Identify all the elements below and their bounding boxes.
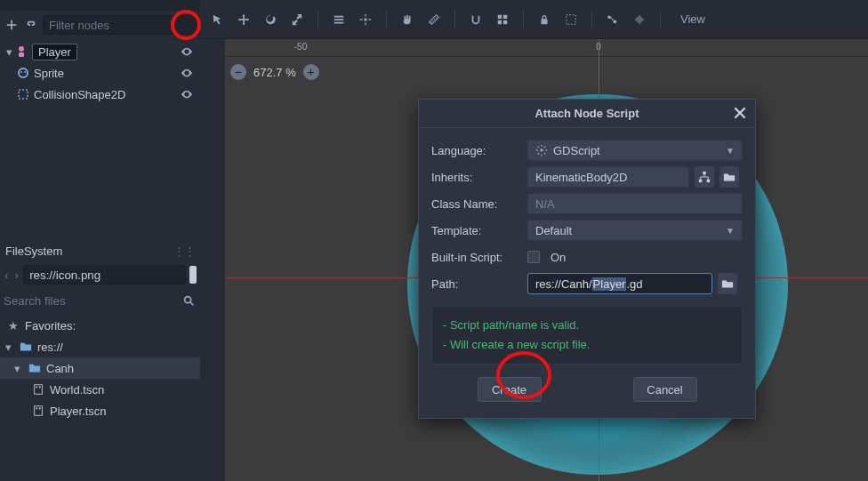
- svg-rect-24: [707, 180, 711, 183]
- dialog-header[interactable]: Attach Node Script: [419, 100, 755, 128]
- inherits-tree-button[interactable]: [695, 166, 714, 188]
- rotate-tool-icon[interactable]: [262, 12, 278, 28]
- kinematicbody2d-icon: [14, 44, 28, 59]
- filesystem-search-input[interactable]: [4, 291, 177, 310]
- zoom-out-button[interactable]: −: [230, 64, 246, 80]
- select-tool-icon[interactable]: [209, 12, 225, 28]
- svg-rect-11: [35, 406, 43, 416]
- path-label: Path:: [431, 277, 522, 291]
- visibility-toggle-icon[interactable]: [179, 44, 195, 60]
- ruler-horizontal: -50 0: [225, 39, 868, 57]
- svg-rect-15: [498, 14, 502, 18]
- template-label: Template:: [431, 224, 522, 237]
- snap-toggle-icon[interactable]: [468, 12, 484, 28]
- node-label: Sprite: [34, 67, 64, 80]
- group-icon[interactable]: [563, 12, 579, 28]
- lock-icon[interactable]: [536, 12, 552, 28]
- cancel-button[interactable]: Cancel: [633, 377, 697, 402]
- path-field[interactable]: res://Canh/Player.gd: [527, 273, 712, 294]
- filesystem-path-row: ‹ ›: [0, 261, 200, 288]
- fs-file-row[interactable]: Player.tscn: [0, 400, 200, 421]
- dialog-title: Attach Node Script: [534, 107, 639, 120]
- scene-toolbar: [0, 11, 200, 39]
- add-node-icon[interactable]: [4, 17, 20, 33]
- anim-key-icon[interactable]: [631, 12, 647, 28]
- filesystem-tree: ★ Favorites: ▾ res:// ▾ Canh World.tscn: [0, 313, 200, 423]
- svg-rect-17: [498, 20, 502, 23]
- fs-label: World.tscn: [50, 383, 104, 397]
- list-tool-icon[interactable]: [331, 12, 347, 28]
- scene-tabs: [0, 0, 200, 11]
- canvas-toolbar: View: [200, 0, 868, 39]
- svg-rect-13: [39, 408, 41, 410]
- fs-folder-row[interactable]: ▾ Canh: [0, 357, 200, 379]
- bone-icon[interactable]: [605, 12, 621, 28]
- svg-rect-23: [699, 180, 703, 183]
- template-dropdown[interactable]: Default ▼: [527, 220, 743, 241]
- language-value: GDScript: [553, 144, 600, 157]
- snap-options-icon[interactable]: [494, 12, 510, 28]
- tree-row-sprite[interactable]: Sprite: [0, 62, 200, 84]
- template-value: Default: [535, 224, 572, 237]
- pivot-tool-icon[interactable]: [358, 12, 374, 28]
- path-browse-button[interactable]: [718, 273, 737, 294]
- classname-field: N/A: [527, 193, 743, 214]
- ruler-tool-icon[interactable]: [426, 12, 442, 28]
- filesystem-search-row: [0, 288, 200, 313]
- svg-rect-22: [703, 172, 706, 175]
- fs-label: res://: [37, 341, 63, 354]
- svg-point-14: [364, 18, 367, 21]
- scene-file-icon: [30, 403, 46, 419]
- filter-nodes-input[interactable]: [43, 15, 205, 35]
- expand-icon[interactable]: ▾: [4, 44, 14, 60]
- tree-row-collisionshape[interactable]: CollisionShape2D: [0, 84, 200, 105]
- folder-icon: [27, 360, 43, 376]
- view-menu[interactable]: View: [680, 12, 705, 26]
- status-line: - Will create a new script file.: [443, 335, 731, 355]
- visibility-toggle-icon[interactable]: [179, 65, 195, 81]
- view-mode-toggle[interactable]: [189, 266, 197, 284]
- svg-rect-9: [36, 387, 37, 389]
- classname-label: Class Name:: [431, 197, 522, 211]
- close-icon[interactable]: [732, 105, 748, 121]
- filesystem-path-input[interactable]: [23, 265, 186, 285]
- svg-point-5: [24, 71, 26, 73]
- svg-rect-19: [542, 19, 548, 24]
- move-tool-icon[interactable]: [236, 12, 252, 28]
- fs-file-row[interactable]: World.tscn: [0, 379, 200, 400]
- svg-rect-20: [567, 14, 576, 24]
- gear-icon: [535, 144, 548, 156]
- fs-root-row[interactable]: ▾ res://: [0, 336, 200, 357]
- status-box: - Script path/name is valid. - Will crea…: [431, 306, 743, 365]
- favorites-row[interactable]: ★ Favorites:: [0, 315, 200, 336]
- favorites-label: Favorites:: [25, 319, 76, 333]
- search-icon[interactable]: [181, 293, 197, 309]
- builtin-value: On: [551, 251, 566, 264]
- scale-tool-icon[interactable]: [289, 12, 305, 28]
- node-label: CollisionShape2D: [34, 88, 125, 101]
- nav-back-icon[interactable]: ‹: [4, 265, 10, 285]
- expand-icon[interactable]: ▾: [5, 341, 14, 354]
- pan-tool-icon[interactable]: [399, 12, 415, 28]
- inherits-label: Inherits:: [431, 171, 522, 184]
- chevron-down-icon: ▼: [726, 146, 735, 156]
- inherits-field[interactable]: KinematicBody2D: [527, 166, 689, 188]
- create-button[interactable]: Create: [478, 377, 542, 402]
- language-dropdown[interactable]: GDScript ▼: [527, 140, 743, 161]
- drag-handle-icon[interactable]: ⋮⋮: [173, 245, 195, 258]
- builtin-checkbox[interactable]: [527, 251, 540, 263]
- svg-rect-2: [19, 52, 24, 57]
- language-label: Language:: [431, 144, 522, 157]
- link-icon[interactable]: [23, 17, 39, 33]
- zoom-in-button[interactable]: +: [303, 64, 319, 80]
- fs-label: Canh: [46, 362, 74, 375]
- tree-row-player[interactable]: ▾ Player: [0, 41, 200, 62]
- scene-file-icon: [30, 381, 46, 397]
- visibility-toggle-icon[interactable]: [179, 86, 195, 102]
- expand-icon[interactable]: ▾: [14, 362, 23, 375]
- builtin-label: Built-in Script:: [431, 251, 522, 264]
- inherits-browse-button[interactable]: [719, 166, 739, 188]
- scene-tree: ▾ Player Sprite CollisionShape2D: [0, 39, 200, 107]
- chevron-down-icon: ▼: [726, 226, 735, 236]
- nav-forward-icon[interactable]: ›: [13, 265, 20, 285]
